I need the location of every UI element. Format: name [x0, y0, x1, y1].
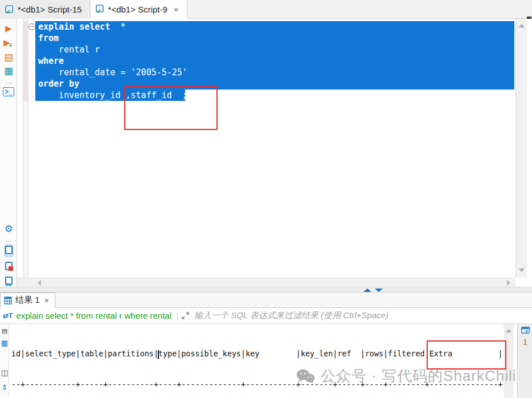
fold-collapse-icon[interactable]: − — [28, 23, 35, 30]
editor-horizontal-scrollbar[interactable] — [17, 278, 515, 287]
records-side-panel: 1 — [517, 324, 532, 398]
server-output-button[interactable]: (a) — [0, 277, 17, 287]
execute-statement-button[interactable]: ▶ — [0, 23, 17, 34]
scroll-right-icon[interactable] — [507, 280, 510, 286]
error-log-button[interactable] — [0, 262, 17, 272]
value-panel-icon[interactable]: ⇕ — [0, 383, 9, 392]
code-line: rental_date = '2005-5-25' — [38, 67, 187, 78]
expand-filter-icon[interactable] — [181, 311, 190, 320]
wechat-icon — [296, 368, 316, 384]
divider — [177, 311, 178, 320]
executed-query-text: explain select * from rental r where ren… — [16, 311, 171, 320]
document-icon — [5, 262, 13, 270]
row-number[interactable]: 1 — [518, 338, 532, 347]
output-panel-button[interactable] — [0, 246, 17, 256]
annotation-rectangle-filesort — [427, 340, 506, 369]
tab-script-15[interactable]: *<db1> Script-15 — [0, 0, 91, 19]
more-actions-icon[interactable]: … — [0, 78, 17, 86]
tab-label: *<db1> Script-15 — [18, 5, 82, 14]
results-tab-bar: 结果 1 × — [0, 293, 532, 308]
records-icon[interactable] — [521, 327, 530, 334]
tab-results-1[interactable]: 结果 1 × — [0, 293, 55, 308]
settings-gear-icon[interactable]: ⚙ — [0, 223, 17, 235]
execute-script-button[interactable]: ▤ — [0, 51, 17, 63]
document-icon — [5, 246, 13, 254]
results-grid-zone: ▤ ▦ ◫ ⇕ id|select_type|table|partitions|… — [0, 324, 532, 398]
execute-new-tab-button[interactable]: ▶+ — [0, 38, 17, 48]
dirty-lines-marker — [23, 21, 28, 101]
code-line: from — [38, 33, 187, 44]
minimize-panel-icon[interactable] — [375, 289, 383, 292]
filter-input[interactable]: 输入一个 SQL 表达式来过滤结果 (使用 Ctrl+Space) — [194, 310, 388, 321]
editor-tab-bar: *<db1> Script-15 *<db1> Script-9 × — [0, 0, 532, 19]
sql-editor: ▶ ▶+ ▤ ▦ … >_ ⚙ … (a) − explain select *… — [0, 19, 532, 287]
sql-script-icon — [5, 5, 14, 14]
code-line: where — [38, 55, 187, 67]
editor-side-toolbar: ▶ ▶+ ▤ ▦ … >_ ⚙ … (a) — [0, 19, 17, 287]
maximize-panel-icon[interactable] — [363, 289, 371, 292]
scroll-up-icon[interactable] — [519, 24, 525, 27]
tab-script-9[interactable]: *<db1> Script-9 × — [91, 0, 187, 19]
panel-splitter[interactable] — [0, 287, 532, 293]
explain-result-text[interactable]: id|select_type|table|partitions|type|pos… — [11, 328, 503, 398]
sql-console-button[interactable]: >_ — [3, 87, 14, 96]
sql-script-icon — [95, 5, 104, 14]
results-panel: 结果 1 × ⇄T explain select * from rental r… — [0, 293, 532, 398]
grid-icon — [4, 297, 12, 304]
close-icon[interactable]: × — [44, 295, 50, 305]
text-caret — [158, 350, 159, 359]
tab-label: *<db1> Script-9 — [108, 5, 167, 14]
text-view-icon[interactable]: ▤ — [0, 327, 9, 335]
error-badge — [9, 266, 13, 271]
references-icon[interactable]: ◫ — [0, 368, 9, 377]
results-filter-bar: ⇄T explain select * from rental r where … — [0, 308, 532, 324]
scroll-up-icon[interactable] — [506, 329, 511, 332]
scroll-left-icon[interactable] — [38, 280, 41, 286]
code-line: rental r — [38, 44, 187, 55]
code-line: explain select * — [38, 21, 187, 33]
document-icon: (a) — [5, 277, 13, 285]
explain-plan-button[interactable]: ▦ — [0, 65, 17, 77]
results-side-toolbar: ▤ ▦ ◫ ⇕ — [0, 324, 9, 398]
scroll-down-icon[interactable] — [519, 269, 525, 272]
results-tab-label: 结果 1 — [15, 295, 40, 306]
more-actions-icon[interactable]: … — [0, 235, 17, 243]
grid-view-icon[interactable]: ▦ — [0, 339, 9, 347]
sql-text-icon: ⇄T — [3, 312, 13, 320]
close-icon[interactable]: × — [174, 5, 179, 14]
annotation-rectangle-staff-id — [124, 86, 218, 130]
editor-vertical-scrollbar[interactable] — [515, 19, 527, 278]
annotation-ruler — [23, 19, 28, 278]
